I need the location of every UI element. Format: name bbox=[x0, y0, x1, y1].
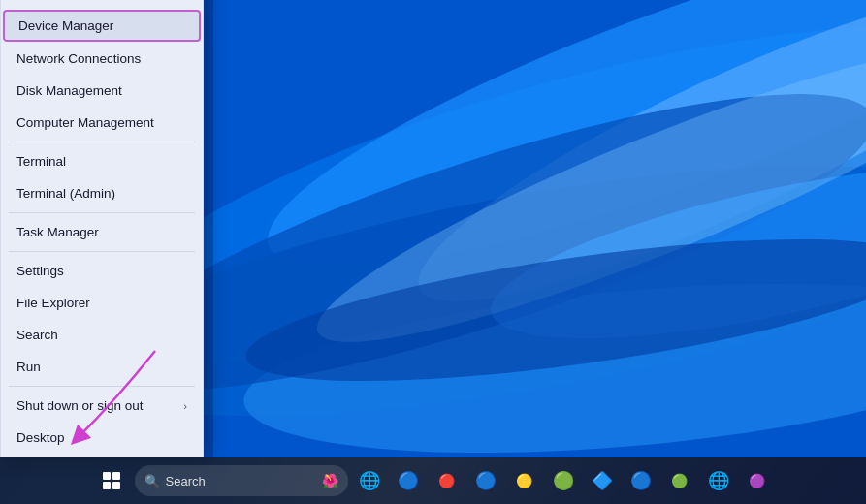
menu-item-disk-management[interactable]: Disk Management bbox=[1, 75, 203, 107]
menu-divider bbox=[9, 142, 195, 142]
menu-item-device-manager[interactable]: Device Manager bbox=[3, 10, 201, 42]
menu-item-task-manager[interactable]: Task Manager bbox=[1, 216, 203, 248]
menu-item-system[interactable]: System bbox=[1, 0, 203, 9]
taskbar-icon-6[interactable]: 🔷 bbox=[585, 463, 620, 498]
menu-divider bbox=[9, 251, 195, 252]
taskbar-icon-2[interactable]: 🔴 bbox=[430, 463, 465, 498]
windows-logo-icon bbox=[103, 472, 120, 489]
menu-item-terminal-admin[interactable]: Terminal (Admin) bbox=[1, 177, 203, 209]
menu-item-terminal[interactable]: Terminal bbox=[1, 145, 203, 177]
menu-item-run[interactable]: Run bbox=[1, 351, 203, 383]
menu-item-label-terminal-admin: Terminal (Admin) bbox=[16, 186, 115, 201]
taskbar-search-emoji: 🌺 bbox=[322, 473, 338, 488]
search-icon: 🔍 bbox=[144, 474, 160, 488]
taskbar-icon-7[interactable]: 🔵 bbox=[624, 463, 658, 498]
taskbar-icon-1[interactable]: 🔵 bbox=[391, 463, 426, 498]
taskbar-search-label: Search bbox=[166, 474, 206, 488]
menu-item-label-shut-down: Shut down or sign out bbox=[16, 398, 144, 413]
taskbar-icon-globe[interactable]: 🌐 bbox=[352, 463, 387, 498]
taskbar-icon-4[interactable]: 🟡 bbox=[507, 463, 542, 498]
taskbar: 🔍 Search 🌺 🌐 🔵 🔴 🔵 🟡 🟢 🔷 🔵 🟢 🌐 🟣 bbox=[0, 457, 866, 504]
menu-item-label-computer-management: Computer Management bbox=[16, 115, 154, 130]
menu-divider bbox=[9, 212, 195, 213]
menu-item-label-task-manager: Task Manager bbox=[16, 225, 99, 239]
menu-item-label-disk-management: Disk Management bbox=[16, 83, 122, 98]
menu-item-label-network-connections: Network Connections bbox=[16, 51, 141, 66]
taskbar-center: 🔍 Search 🌺 🌐 🔵 🔴 🔵 🟡 🟢 🔷 🔵 🟢 🌐 🟣 bbox=[92, 461, 775, 500]
menu-item-computer-management[interactable]: Computer Management bbox=[1, 107, 203, 139]
taskbar-icon-5[interactable]: 🟢 bbox=[546, 463, 581, 498]
taskbar-icon-10[interactable]: 🟣 bbox=[740, 463, 775, 498]
menu-item-file-explorer[interactable]: File Explorer bbox=[1, 287, 203, 319]
menu-item-label-file-explorer: File Explorer bbox=[16, 296, 90, 310]
menu-item-settings[interactable]: Settings bbox=[1, 255, 203, 287]
menu-item-label-run: Run bbox=[16, 360, 41, 374]
start-button[interactable] bbox=[92, 461, 131, 500]
taskbar-icon-3[interactable]: 🔵 bbox=[468, 463, 503, 498]
taskbar-icon-9[interactable]: 🌐 bbox=[701, 463, 736, 498]
menu-item-label-settings: Settings bbox=[16, 264, 64, 278]
menu-item-search[interactable]: Search bbox=[1, 319, 203, 351]
menu-arrow-icon: › bbox=[183, 400, 187, 412]
context-menu: SystemDevice ManagerNetwork ConnectionsD… bbox=[0, 0, 204, 457]
menu-item-shut-down[interactable]: Shut down or sign out› bbox=[1, 390, 203, 422]
menu-item-label-desktop: Desktop bbox=[16, 430, 65, 445]
menu-item-desktop[interactable]: Desktop bbox=[1, 422, 203, 454]
taskbar-icon-8[interactable]: 🟢 bbox=[662, 463, 697, 498]
menu-item-network-connections[interactable]: Network Connections bbox=[1, 43, 203, 75]
menu-divider bbox=[9, 386, 195, 387]
menu-item-label-search: Search bbox=[16, 328, 58, 342]
taskbar-search-bar[interactable]: 🔍 Search 🌺 bbox=[135, 465, 348, 496]
menu-item-label-terminal: Terminal bbox=[16, 154, 66, 169]
